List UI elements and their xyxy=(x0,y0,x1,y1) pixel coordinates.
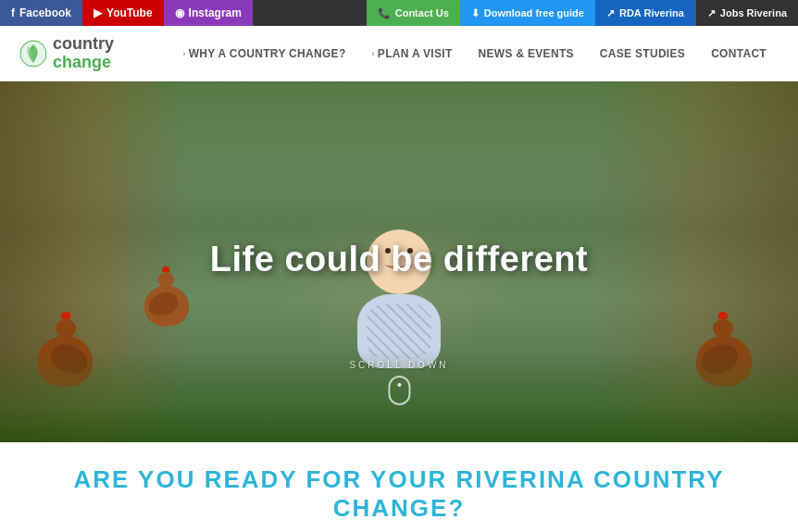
hero-title: Life could be different xyxy=(210,240,588,279)
nav-case[interactable]: CASE STUDIES xyxy=(587,47,698,60)
facebook-icon: f xyxy=(11,6,15,19)
external-icon-2: ↗ xyxy=(707,7,716,19)
logo-change: change xyxy=(53,54,114,72)
logo[interactable]: country change xyxy=(19,35,130,72)
logo-icon xyxy=(19,39,48,68)
nav-links: › WHY A COUNTRY CHANGE? › PLAN A VISIT N… xyxy=(169,47,779,60)
facebook-label: Facebook xyxy=(19,6,71,19)
instagram-label: Instagram xyxy=(189,6,242,19)
jobs-label: Jobs Riverina xyxy=(720,7,787,19)
nav-plan-label: PLAN A VISIT xyxy=(378,47,453,60)
scroll-indicator xyxy=(388,376,410,405)
bottom-section: ARE YOU READY FOR YOUR RIVERINA COUNTRY … xyxy=(0,442,798,532)
rda-label: RDA Riverina xyxy=(619,7,684,19)
instagram-link[interactable]: ◉ Instagram xyxy=(164,0,253,26)
external-icon: ↗ xyxy=(606,7,615,19)
download-guide-link[interactable]: ⬇ Download free guide xyxy=(460,0,595,26)
youtube-link[interactable]: ▶ YouTube xyxy=(82,0,164,26)
nav-why-label: WHY A COUNTRY CHANGE? xyxy=(189,47,346,60)
nav-plan[interactable]: › PLAN A VISIT xyxy=(359,47,466,60)
nav-why[interactable]: › WHY A COUNTRY CHANGE? xyxy=(169,47,358,60)
nav-case-label: CASE STUDIES xyxy=(600,47,685,60)
scroll-dot xyxy=(397,383,401,387)
social-links: f Facebook ▶ YouTube ◉ Instagram xyxy=(0,0,253,26)
hero-text: Life could be different xyxy=(210,240,588,279)
chevron-icon-2: › xyxy=(372,49,375,58)
contact-us-link[interactable]: 📞 Contact Us xyxy=(367,0,460,26)
main-nav: country change › WHY A COUNTRY CHANGE? ›… xyxy=(0,26,798,81)
action-links: 📞 Contact Us ⬇ Download free guide ↗ RDA… xyxy=(367,0,798,26)
download-guide-label: Download free guide xyxy=(484,7,584,19)
instagram-icon: ◉ xyxy=(175,6,184,19)
hero-section: Life could be different SCROLL DOWN xyxy=(0,81,798,442)
jobs-riverina-link[interactable]: ↗ Jobs Riverina xyxy=(695,0,798,26)
top-bar: f Facebook ▶ YouTube ◉ Instagram 📞 Conta… xyxy=(0,0,798,26)
chicken-top xyxy=(144,286,189,327)
facebook-link[interactable]: f Facebook xyxy=(0,0,82,26)
nav-news-label: NEWS & EVENTS xyxy=(479,47,574,60)
contact-us-label: Contact Us xyxy=(395,7,449,19)
nav-news[interactable]: NEWS & EVENTS xyxy=(466,47,587,60)
nav-contact[interactable]: CONTACT xyxy=(698,47,779,60)
nav-contact-label: CONTACT xyxy=(711,47,767,60)
logo-country: country xyxy=(53,35,114,54)
phone-icon: 📞 xyxy=(378,7,391,19)
chevron-icon: › xyxy=(182,49,185,58)
logo-text: country change xyxy=(53,35,114,72)
scroll-down-label: SCROLL DOWN xyxy=(349,360,448,370)
scroll-down-button[interactable]: SCROLL DOWN xyxy=(349,360,448,405)
bottom-headline: ARE YOU READY FOR YOUR RIVERINA COUNTRY … xyxy=(28,465,770,523)
youtube-icon: ▶ xyxy=(94,6,102,19)
youtube-label: YouTube xyxy=(106,6,153,19)
rda-riverina-link[interactable]: ↗ RDA Riverina xyxy=(595,0,695,26)
download-icon: ⬇ xyxy=(471,7,480,19)
